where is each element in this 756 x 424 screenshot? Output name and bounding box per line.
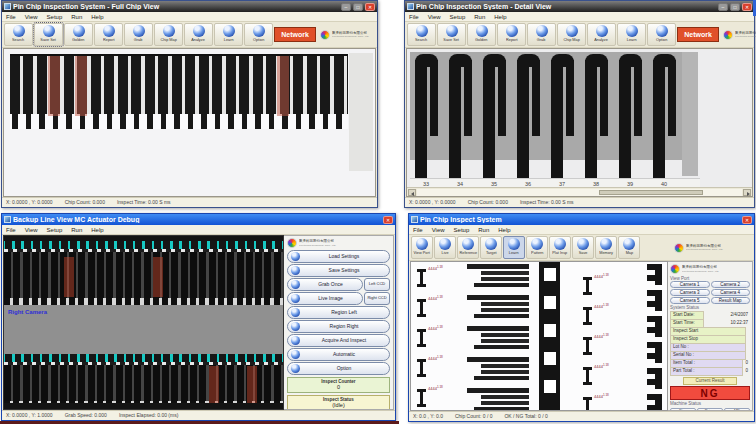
- company-name-cn: 聚鼎科技股份有限公司: [299, 239, 336, 243]
- toolbar-button[interactable]: Analyze: [184, 23, 213, 46]
- sidebar-button[interactable]: Region Right: [287, 320, 390, 333]
- menu-item[interactable]: Run: [474, 14, 485, 20]
- horizontal-scrollbar[interactable]: [407, 187, 752, 196]
- chip-zoom-region: [410, 52, 682, 160]
- network-button[interactable]: Network: [677, 27, 719, 42]
- toolbar-button[interactable]: Grab: [124, 23, 153, 46]
- toolbar-button[interactable]: Chip Map: [557, 23, 586, 46]
- toolbar-button[interactable]: Chip Map: [154, 23, 183, 46]
- menu-item[interactable]: Setup: [47, 227, 63, 233]
- measurement-annotation: 44441.18: [594, 364, 609, 369]
- toolbar-button[interactable]: Option: [647, 23, 676, 46]
- toolbar-button[interactable]: Report: [497, 23, 526, 46]
- menu-item[interactable]: View: [428, 14, 441, 20]
- toolbar-button[interactable]: Reference: [457, 236, 479, 259]
- camera-button[interactable]: Result Map: [711, 297, 751, 304]
- menu-item[interactable]: Run: [478, 227, 489, 233]
- sidebar-button-icon: [291, 294, 300, 303]
- toolbar-button[interactable]: Save Set: [437, 23, 466, 46]
- menu-item[interactable]: View: [25, 14, 38, 20]
- network-button[interactable]: Network: [274, 27, 316, 42]
- menu-item[interactable]: Run: [71, 14, 82, 20]
- menu-item[interactable]: Help: [91, 227, 103, 233]
- sidebar-button[interactable]: Acquire And Inspect: [287, 334, 390, 347]
- camera-image-view[interactable]: Right Camera: [3, 235, 284, 410]
- sidebar-button[interactable]: Live Image: [287, 292, 363, 305]
- menu-item[interactable]: File: [6, 14, 16, 20]
- menu-item[interactable]: File: [413, 227, 423, 233]
- scrollbar-thumb[interactable]: [599, 190, 703, 195]
- toolbar-button[interactable]: Live: [434, 236, 456, 259]
- menu-item[interactable]: Help: [91, 14, 103, 20]
- title-bar[interactable]: Pin Chip Inspect System ✕: [409, 214, 754, 225]
- status-field-row: Start Date: 2/4/2007: [670, 312, 750, 319]
- menu-item[interactable]: File: [6, 227, 16, 233]
- ccd-toggle-button[interactable]: Right CCD: [364, 292, 390, 305]
- camera-button[interactable]: Camera 2: [711, 281, 751, 288]
- toolbar-button[interactable]: Plat Insp: [549, 236, 571, 259]
- chip-overview-canvas[interactable]: [3, 48, 376, 197]
- camera-button[interactable]: Camera 5: [670, 297, 710, 304]
- status-field: Inspect Elapsed: 0.00 (ms): [119, 413, 178, 418]
- title-bar[interactable]: Backup Line View MC Actuator Debug ✕: [2, 214, 395, 225]
- close-button[interactable]: ✕: [742, 216, 752, 224]
- status-field: X: 0.0000 , Y: 1.0000: [6, 413, 53, 418]
- toolbar-button[interactable]: Report: [94, 23, 123, 46]
- menu-item[interactable]: Run: [71, 227, 82, 233]
- toolbar-button[interactable]: Memory: [595, 236, 617, 259]
- toolbar-button[interactable]: Analyze: [587, 23, 616, 46]
- toolbar-button[interactable]: Golden: [467, 23, 496, 46]
- toolbar-button[interactable]: Option: [244, 23, 273, 46]
- close-button[interactable]: ✕: [383, 216, 393, 224]
- toolbar-button[interactable]: Learn: [503, 236, 525, 259]
- close-button[interactable]: ✕: [742, 3, 752, 11]
- toolbar-button[interactable]: Search: [4, 23, 33, 46]
- toolbar-button[interactable]: Search: [407, 23, 436, 46]
- title-bar[interactable]: Pin Chip Inspection System - Full Chip V…: [2, 1, 377, 12]
- toolbar-button[interactable]: Learn: [617, 23, 646, 46]
- toolbar-button[interactable]: Map: [618, 236, 640, 259]
- sidebar-button[interactable]: Save Settings: [287, 264, 390, 277]
- toolbar-button[interactable]: Grab: [527, 23, 556, 46]
- maximize-button[interactable]: □: [730, 3, 740, 11]
- close-button[interactable]: ✕: [365, 3, 375, 11]
- chip-zoom-canvas[interactable]: 3334353637383940: [406, 48, 753, 197]
- maximize-button[interactable]: □: [353, 3, 363, 11]
- sidebar-button-row: Region Right: [287, 320, 390, 333]
- measurement-annotation: 44441.18: [428, 266, 443, 271]
- camera-button[interactable]: Camera 4: [711, 289, 751, 296]
- company-logo: 聚鼎科技股份有限公司 Polytronics Technology Corp.,…: [674, 243, 752, 253]
- toolbar-button[interactable]: Pattern: [526, 236, 548, 259]
- menu-item[interactable]: Setup: [454, 227, 470, 233]
- scrollbar-track[interactable]: [417, 189, 742, 196]
- menu-item[interactable]: Setup: [47, 14, 63, 20]
- field-label: Part Total :: [670, 367, 743, 376]
- sidebar-button[interactable]: Load Settings: [287, 250, 390, 263]
- toolbar-button[interactable]: Target: [480, 236, 502, 259]
- minimize-button[interactable]: –: [341, 3, 351, 11]
- menu-item[interactable]: View: [25, 227, 38, 233]
- menu-item[interactable]: Setup: [450, 14, 466, 20]
- menu-item[interactable]: Help: [498, 227, 510, 233]
- inspection-result-canvas[interactable]: 44441.18 44441.18 44441.18 44441.18 4444…: [410, 261, 668, 411]
- minimize-button[interactable]: –: [718, 3, 728, 11]
- toolbar-button[interactable]: View Port: [411, 236, 433, 259]
- toolbar-button[interactable]: Save Set: [34, 23, 63, 46]
- scroll-left-arrow[interactable]: [408, 189, 416, 196]
- sidebar-button[interactable]: Option: [287, 362, 390, 375]
- sidebar-button-icon: [291, 350, 300, 359]
- toolbar-button[interactable]: Save: [572, 236, 594, 259]
- toolbar-button[interactable]: Learn: [214, 23, 243, 46]
- toolbar-button[interactable]: Golden: [64, 23, 93, 46]
- scroll-right-arrow[interactable]: [743, 189, 751, 196]
- menu-item[interactable]: View: [432, 227, 445, 233]
- sidebar-button[interactable]: Automatic: [287, 348, 390, 361]
- camera-button[interactable]: Camera 1: [670, 281, 710, 288]
- sidebar-button[interactable]: Grab Once: [287, 278, 363, 291]
- sidebar-button[interactable]: Region Left: [287, 306, 390, 319]
- ccd-toggle-button[interactable]: Left CCD: [364, 278, 390, 291]
- menu-item[interactable]: Help: [494, 14, 506, 20]
- camera-button[interactable]: Camera 3: [670, 289, 710, 296]
- title-bar[interactable]: Pin Chip Inspection System - Detail View…: [405, 1, 754, 12]
- menu-item[interactable]: File: [409, 14, 419, 20]
